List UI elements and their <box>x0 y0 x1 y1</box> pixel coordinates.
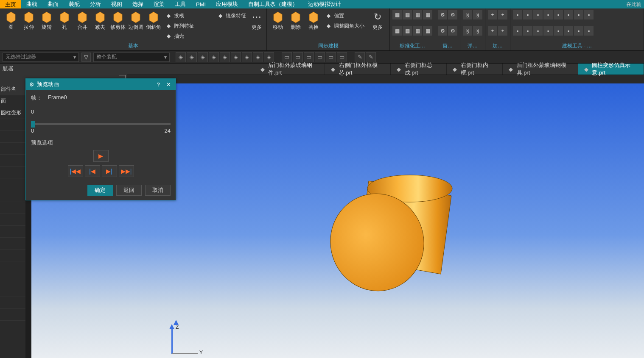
spring-tool-1[interactable]: § <box>463 10 472 19</box>
menu-item-view[interactable]: 视图 <box>106 0 127 8</box>
menu-item-assembly[interactable]: 装配 <box>64 0 85 8</box>
add-tool-1[interactable]: + <box>488 10 497 19</box>
view-ic-4[interactable]: ▭ <box>315 52 325 62</box>
add-tool-4[interactable]: + <box>498 26 507 36</box>
std-tool-3[interactable]: ▦ <box>413 10 422 19</box>
tool-shell[interactable]: ◆抽壳 <box>163 31 214 41</box>
gear-tool-3[interactable]: ⚙ <box>438 26 447 36</box>
tool-basic-more[interactable]: ⋯更多 <box>249 10 264 39</box>
doc-tab-2[interactable]: ◆右侧门框总成.prt <box>391 64 447 75</box>
mt-10[interactable]: ▪ <box>523 26 532 36</box>
menu-item-pmi[interactable]: PMI <box>191 0 211 8</box>
std-tool-1[interactable]: ▦ <box>392 10 402 19</box>
cancel-button[interactable]: 取消 <box>145 185 171 196</box>
menu-item-select[interactable]: 选择 <box>127 0 148 8</box>
frame-slider[interactable]: 0 0 24 <box>31 108 171 134</box>
spring-tool-3[interactable]: § <box>463 26 472 36</box>
nav-row-face[interactable]: 面 <box>0 95 25 107</box>
go-to-start-button[interactable]: |◀◀ <box>68 165 83 177</box>
sel-ic-7[interactable]: ◈ <box>242 52 252 62</box>
go-to-end-button[interactable]: ▶▶| <box>119 165 134 177</box>
step-forward-button[interactable]: ▶| <box>102 165 117 177</box>
tool-sketch[interactable]: 图 <box>3 10 20 39</box>
menu-item-analysis[interactable]: 分析 <box>85 0 106 8</box>
view-ic-1[interactable]: ▭ <box>282 52 292 62</box>
tool-chamfer[interactable]: 倒斜角 <box>145 10 162 39</box>
gear-tool-2[interactable]: ⚙ <box>448 10 457 19</box>
doc-tab-1[interactable]: ◆右侧门框外框模芯.prt <box>325 64 391 75</box>
gear-tool-4[interactable]: ⚙ <box>448 26 457 36</box>
sel-ic-1[interactable]: ◈ <box>176 52 186 62</box>
sel-ic-5[interactable]: ◈ <box>220 52 230 62</box>
dialog-help-button[interactable]: ? <box>154 80 162 88</box>
tool-revolve[interactable]: 旋转 <box>38 10 55 39</box>
menu-item-motion-sim[interactable]: 运动模拟设计 <box>303 0 346 8</box>
tool-pattern-feature[interactable]: ◆阵列特征 <box>163 21 214 31</box>
std-tool-5[interactable]: ▦ <box>392 26 402 36</box>
view-ic-6[interactable]: ▭ <box>337 52 347 62</box>
mt-8[interactable]: ▪ <box>584 10 594 19</box>
mt-2[interactable]: ▪ <box>523 10 532 19</box>
pencil-icon[interactable]: ✎ <box>366 52 376 62</box>
sel-ic-2[interactable]: ◈ <box>187 52 197 62</box>
mt-5[interactable]: ▪ <box>554 10 563 19</box>
sel-ic-9[interactable]: ◈ <box>264 52 274 62</box>
nav-row-cylinder-deform[interactable]: 圆柱变形 <box>0 107 25 119</box>
gear-tool-1[interactable]: ⚙ <box>438 10 447 19</box>
menu-item-surface[interactable]: 曲面 <box>42 0 64 8</box>
sel-ic-8[interactable]: ◈ <box>253 52 263 62</box>
tool-resize-blend[interactable]: ◆调整圆角大小 <box>323 21 370 31</box>
ok-button[interactable]: 确定 <box>87 185 113 196</box>
tool-hole[interactable]: 孔 <box>56 10 73 39</box>
tool-replace[interactable]: 替换 <box>305 10 322 39</box>
tool-offset[interactable]: ◆偏置 <box>323 11 370 20</box>
tool-sync-more[interactable]: ↻更多 <box>370 10 385 39</box>
mt-3[interactable]: ▪ <box>533 10 543 19</box>
mt-16[interactable]: ▪ <box>584 26 594 36</box>
tool-move[interactable]: 移动 <box>269 10 286 39</box>
dialog-close-button[interactable]: ✕ <box>165 80 172 88</box>
mt-6[interactable]: ▪ <box>564 10 573 19</box>
mt-15[interactable]: ▪ <box>574 26 583 36</box>
sel-ic-6[interactable]: ◈ <box>231 52 241 62</box>
tool-delete[interactable]: 删除 <box>287 10 304 39</box>
view-ic-3[interactable]: ▭ <box>304 52 314 62</box>
tool-trim-body[interactable]: 修剪体 <box>109 10 126 39</box>
sel-ic-4[interactable]: ◈ <box>209 52 219 62</box>
add-tool-2[interactable]: + <box>498 10 507 19</box>
menubar-search[interactable]: 在此输 <box>626 1 644 8</box>
std-tool-2[interactable]: ▦ <box>403 10 412 19</box>
mt-12[interactable]: ▪ <box>543 26 553 36</box>
mt-13[interactable]: ▪ <box>554 26 563 36</box>
menu-item-custom-toolbar[interactable]: 自制工具条（建模） <box>243 0 303 8</box>
selection-filter-combo[interactable]: 无选择过滤器▾ <box>3 53 79 62</box>
slider-thumb[interactable] <box>31 121 35 128</box>
tool-edge-blend[interactable]: 边倒圆 <box>127 10 144 39</box>
play-button[interactable]: ▶ <box>93 150 109 162</box>
menu-item-home[interactable]: 主页 <box>0 0 21 8</box>
mt-1[interactable]: ▪ <box>513 10 522 19</box>
tool-extrude[interactable]: 拉伸 <box>20 10 37 39</box>
menu-item-curve[interactable]: 曲线 <box>21 0 42 8</box>
dialog-title-bar[interactable]: ⚙ 预览动画 ? ✕ <box>26 79 176 90</box>
filter-funnel-icon[interactable]: ▽ <box>81 53 91 62</box>
doc-tab-4[interactable]: ◆后门框外蒙玻璃钢模具.prt <box>503 64 578 75</box>
tool-subtract[interactable]: 减去 <box>92 10 109 39</box>
tool-mirror-feature[interactable]: ◆镜像特征 <box>215 11 249 20</box>
doc-tab-5[interactable]: ◆圆柱变形仿真示意.prt <box>578 64 644 75</box>
view-ic-2[interactable]: ▭ <box>293 52 303 62</box>
mt-4[interactable]: ▪ <box>543 10 553 19</box>
step-back-button[interactable]: |◀ <box>85 165 100 177</box>
tool-unite[interactable]: 合并 <box>74 10 91 39</box>
brush-icon[interactable]: ✎ <box>355 52 365 62</box>
assembly-scope-combo[interactable]: 整个装配▾ <box>93 53 170 62</box>
mt-11[interactable]: ▪ <box>533 26 543 36</box>
std-tool-7[interactable]: ▦ <box>413 26 422 36</box>
mt-7[interactable]: ▪ <box>574 10 583 19</box>
tool-draft[interactable]: ◆拔模 <box>163 11 214 20</box>
doc-tab-3[interactable]: ◆右侧门框内框.prt <box>447 64 503 75</box>
spring-tool-2[interactable]: § <box>473 10 482 19</box>
add-tool-3[interactable]: + <box>488 26 497 36</box>
menu-item-app-module[interactable]: 应用模块 <box>211 0 243 8</box>
mt-14[interactable]: ▪ <box>564 26 573 36</box>
